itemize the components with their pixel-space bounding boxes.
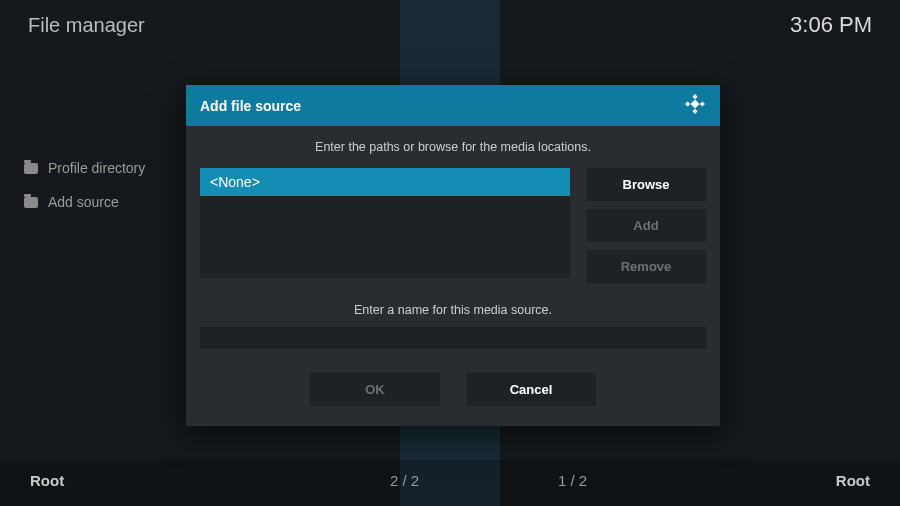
page-title: File manager — [28, 14, 145, 37]
dialog-title: Add file source — [200, 98, 301, 114]
footer-bar: Root 2 / 2 1 / 2 Root — [0, 460, 900, 506]
add-button[interactable]: Add — [586, 209, 706, 242]
add-file-source-dialog: Add file source Enter the paths or brows… — [186, 85, 720, 426]
paths-row: <None> Browse Add Remove — [200, 168, 706, 283]
footer-left-count: 2 / 2 — [390, 472, 419, 489]
list-item-add-source[interactable]: Add source — [24, 194, 145, 210]
svg-rect-3 — [700, 101, 705, 106]
footer-left-label: Root — [30, 472, 64, 489]
list-item-label: Add source — [48, 194, 119, 210]
list-item-label: Profile directory — [48, 160, 145, 176]
paths-buttons: Browse Add Remove — [586, 168, 706, 283]
kodi-logo-icon — [684, 93, 706, 118]
svg-rect-4 — [690, 99, 699, 108]
remove-button[interactable]: Remove — [586, 250, 706, 283]
dialog-title-bar: Add file source — [186, 85, 720, 126]
clock: 3:06 PM — [790, 12, 872, 38]
footer-right-count: 1 / 2 — [558, 472, 587, 489]
browse-button[interactable]: Browse — [586, 168, 706, 201]
ok-button[interactable]: OK — [310, 373, 440, 406]
svg-rect-2 — [685, 101, 690, 106]
cancel-button[interactable]: Cancel — [466, 373, 596, 406]
file-list: Profile directory Add source — [24, 160, 145, 228]
name-hint: Enter a name for this media source. — [200, 303, 706, 317]
svg-rect-0 — [692, 94, 697, 99]
source-name-input[interactable] — [200, 327, 706, 349]
list-item-profile-directory[interactable]: Profile directory — [24, 160, 145, 176]
footer-right-label: Root — [836, 472, 870, 489]
paths-hint: Enter the paths or browse for the media … — [200, 140, 706, 154]
folder-icon — [24, 197, 38, 208]
svg-rect-1 — [692, 109, 697, 114]
folder-icon — [24, 163, 38, 174]
path-entry[interactable]: <None> — [200, 168, 570, 196]
dialog-actions: OK Cancel — [200, 373, 706, 406]
paths-list: <None> — [200, 168, 570, 278]
header-bar: File manager 3:06 PM — [0, 0, 900, 50]
dialog-body: Enter the paths or browse for the media … — [186, 126, 720, 426]
